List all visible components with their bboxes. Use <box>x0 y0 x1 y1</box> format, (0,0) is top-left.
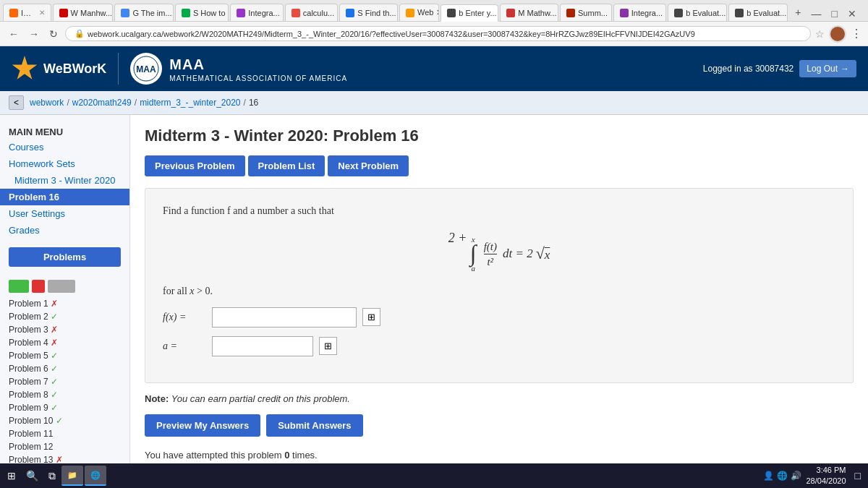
a-input[interactable] <box>212 336 313 356</box>
maa-section: MAA MAA MATHEMATICAL ASSOCIATION OF AMER… <box>118 53 347 85</box>
fx-input[interactable] <box>212 307 357 328</box>
logout-button[interactable]: Log Out → <box>799 60 856 77</box>
tab-howto[interactable]: S How to ✕ <box>175 4 229 21</box>
tab-evaluat2[interactable]: b Evaluat... ✕ <box>728 4 788 21</box>
problem-list-button[interactable]: Problem List <box>248 155 326 176</box>
status-check-icon: ✓ <box>51 351 58 361</box>
status-check-icon: ✓ <box>56 416 63 426</box>
taskbar-person-icon: 👤 <box>763 471 774 481</box>
a-grid-button[interactable]: ⊞ <box>319 337 337 355</box>
taskbar-time-display: 3:46 PM <box>806 465 846 476</box>
a-label: a = <box>163 341 206 352</box>
for-all-content: for all x > 0. <box>163 286 213 296</box>
a-input-row: a = ⊞ <box>163 336 835 356</box>
sidebar-problem-6[interactable]: Problem 6 ✓ <box>0 362 129 375</box>
tab-close[interactable]: ✕ <box>39 9 45 17</box>
tab-summ[interactable]: Summ... ✕ <box>560 4 612 21</box>
close-button[interactable]: ✕ <box>845 7 859 21</box>
previous-problem-button[interactable]: Previous Problem <box>145 155 245 176</box>
fx-label: f(x) = <box>163 312 206 323</box>
taskbar-file-explorer[interactable]: 📁 <box>61 466 83 486</box>
problems-box[interactable]: Problems <box>9 247 121 267</box>
tab-integra2[interactable]: Integra... ✕ <box>613 4 667 21</box>
sidebar-problem-9[interactable]: Problem 9 ✓ <box>0 401 129 414</box>
tab-findth[interactable]: S Find th... ✕ <box>339 4 398 21</box>
back-button[interactable]: ← <box>6 27 22 41</box>
integral-sign: ∫ <box>470 244 477 263</box>
taskbar-clock: 3:46 PM 28/04/2020 <box>806 465 846 487</box>
bookmark-button[interactable]: ☆ <box>815 28 825 40</box>
tab-web[interactable]: Web ✕ <box>399 4 439 21</box>
sidebar-problem-3[interactable]: Problem 3 ✗ <box>0 323 129 336</box>
sidebar-problem-10[interactable]: Problem 10 ✓ <box>0 414 129 427</box>
webwork-logo: WeBWorK <box>12 56 106 82</box>
sidebar-problem-11[interactable]: Problem 11 <box>0 427 129 440</box>
taskbar-icons: 👤 🌐 🔊 <box>763 471 801 481</box>
integral-expression: x ∫ a f(t) t² dt = 2 √x <box>470 235 550 273</box>
sidebar-problem-4[interactable]: Problem 4 ✗ <box>0 336 129 349</box>
breadcrumb-back-button[interactable]: < <box>9 95 24 110</box>
sidebar-item-homework[interactable]: Homework Sets <box>0 155 129 172</box>
sidebar-problem-1[interactable]: Problem 1 ✗ <box>0 297 129 310</box>
frac-numerator: f(t) <box>484 240 497 254</box>
address-bar: ← → ↻ 🔒 webwork.ucalgary.ca/webwork2/W20… <box>0 22 868 46</box>
tab-theimt[interactable]: G The im... ✕ <box>114 4 173 21</box>
note-label: Note: <box>145 393 169 404</box>
tab-calculus[interactable]: calculu... ✕ <box>285 4 339 21</box>
sidebar-item-courses[interactable]: Courses <box>0 139 129 155</box>
taskbar-chrome[interactable]: 🌐 <box>85 466 106 486</box>
submit-button[interactable]: Submit Answers <box>266 414 362 437</box>
maa-logo: MAA <box>130 53 162 85</box>
breadcrumb-current: 16 <box>249 98 258 108</box>
breadcrumb-sep1: / <box>67 98 69 108</box>
taskbar-volume-icon: 🔊 <box>791 471 801 481</box>
profile-button[interactable] <box>829 25 846 43</box>
start-button[interactable]: ⊞ <box>3 467 20 484</box>
status-check-icon: ✓ <box>51 364 58 374</box>
search-button[interactable]: 🔍 <box>22 467 43 484</box>
browser-menu-button[interactable]: ⋮ <box>851 27 862 40</box>
preview-button[interactable]: Preview My Answers <box>145 414 260 437</box>
breadcrumb-course[interactable]: w2020math249 <box>72 98 132 108</box>
breadcrumb-webwork[interactable]: webwork <box>30 98 64 108</box>
app-header: WeBWorK MAA MAA MATHEMATICAL ASSOCIATION… <box>0 46 868 91</box>
new-tab-button[interactable]: + <box>789 4 807 21</box>
tab-integra1[interactable]: Integra... ✕ <box>230 4 284 21</box>
sidebar-problem-12[interactable]: Problem 12 <box>0 440 129 453</box>
problem-description: Find a function f and a number a such th… <box>163 203 835 219</box>
sidebar-item-user-settings[interactable]: User Settings <box>0 205 129 222</box>
sidebar-problem-7[interactable]: Problem 7 ✓ <box>0 375 129 388</box>
tab-entry[interactable]: b Enter y... ✕ <box>441 4 498 22</box>
url-box[interactable]: 🔒 webwork.ucalgary.ca/webwork2/W2020MATH… <box>65 26 811 41</box>
breadcrumb-sep3: / <box>244 98 246 108</box>
fx-grid-button[interactable]: ⊞ <box>362 308 380 326</box>
sidebar-item-midterm[interactable]: Midterm 3 - Winter 2020 <box>0 172 129 189</box>
dt-text: dt = 2 <box>503 247 533 261</box>
indicator-gray <box>48 280 75 293</box>
refresh-button[interactable]: ↻ <box>46 27 61 41</box>
task-view-button[interactable]: ⧉ <box>44 467 60 485</box>
tab-manhw[interactable]: W Manhw... ✕ <box>53 4 114 21</box>
indicator-green <box>9 280 29 293</box>
sidebar-main-menu: MAIN MENU <box>0 124 129 139</box>
sidebar-problem-5[interactable]: Problem 5 ✓ <box>0 349 129 362</box>
problem-box: Find a function f and a number a such th… <box>145 188 854 383</box>
note-content: You can earn partial credit on this prob… <box>171 393 350 404</box>
sidebar-problem-2[interactable]: Problem 2 ✓ <box>0 310 129 323</box>
tab-met[interactable]: I Met T ✕ <box>3 4 51 21</box>
sidebar-item-grades[interactable]: Grades <box>0 222 129 239</box>
maximize-button[interactable]: □ <box>829 7 841 21</box>
math-formula: 2 + x ∫ a f(t) t² dt = 2 √x <box>163 231 835 273</box>
status-check-icon: ✓ <box>51 377 58 387</box>
sidebar-problem-8[interactable]: Problem 8 ✓ <box>0 388 129 401</box>
svg-text:MAA: MAA <box>137 64 157 74</box>
minimize-button[interactable]: — <box>809 7 825 21</box>
next-problem-button[interactable]: Next Problem <box>328 155 409 176</box>
taskbar-notification-button[interactable]: □ <box>851 467 865 484</box>
indicator-red <box>32 280 45 293</box>
tab-evaluat1[interactable]: b Evaluat... ✕ <box>668 4 727 21</box>
sidebar-item-problem16[interactable]: Problem 16 <box>0 189 129 205</box>
forward-button[interactable]: → <box>26 27 42 41</box>
tab-mathw[interactable]: M Mathw... ✕ <box>500 4 558 21</box>
breadcrumb-midterm[interactable]: midterm_3_-_winter_2020 <box>140 98 240 108</box>
